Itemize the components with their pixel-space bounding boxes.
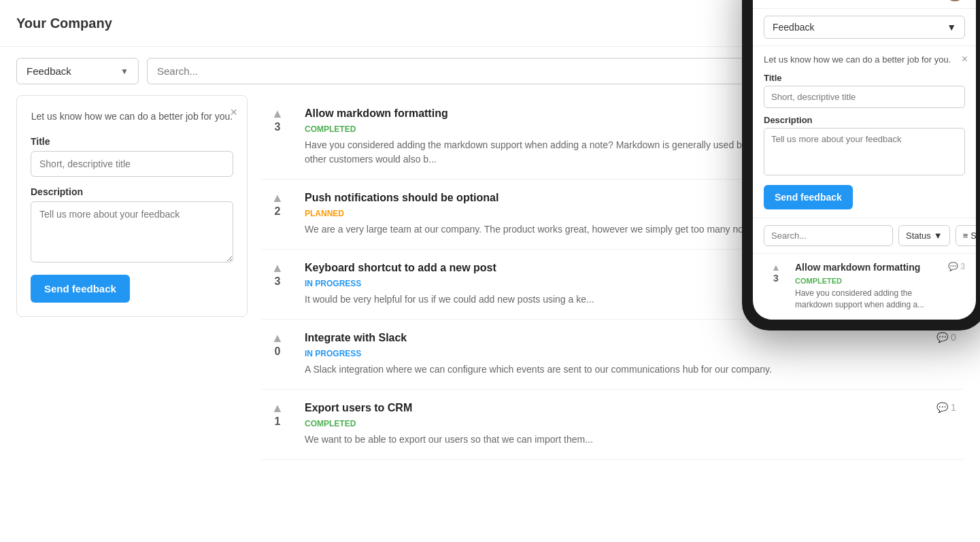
vote-box: ▲ 3 xyxy=(261,262,294,288)
phone-toolbar: Feedback ▼ xyxy=(753,9,976,46)
phone-title-input[interactable] xyxy=(764,86,965,108)
phone-sort-icon: ≡ xyxy=(963,231,968,241)
feed-description: We want to be able to export our users s… xyxy=(305,433,936,447)
vote-count: 1 xyxy=(275,416,281,428)
vote-box: ▲ 3 xyxy=(261,107,294,133)
phone-header: Your Company xyxy=(753,0,976,9)
upvote-icon: ▲ xyxy=(271,332,284,344)
vote-box: ▲ 2 xyxy=(261,192,294,218)
phone-comment-count: 3 xyxy=(960,262,965,271)
upvote-icon: ▲ xyxy=(271,107,284,120)
phone-vote-box: ▲ 3 xyxy=(764,262,788,284)
phone-panel-intro: Let us know how we can do a better job f… xyxy=(764,54,965,65)
title-label: Title xyxy=(31,136,233,147)
phone-description-label: Description xyxy=(764,115,965,125)
phone-avatar xyxy=(945,0,965,1)
category-dropdown[interactable]: Feedback ▼ xyxy=(16,58,139,84)
comment-count: 0 xyxy=(951,332,956,343)
phone-mockup: Your Company Feedback ▼ × Let us know ho… xyxy=(742,0,980,331)
category-dropdown-label: Feedback xyxy=(27,65,71,77)
phone-title-label: Title xyxy=(764,73,965,83)
phone-feed-title: Allow markdown formatting xyxy=(795,262,948,273)
phone-feed-comment: 💬 3 xyxy=(948,262,965,271)
phone-feedback-panel: × Let us know how we can do a better job… xyxy=(753,46,976,218)
status-badge: IN PROGRESS xyxy=(305,349,361,358)
phone-chevron-down-icon: ▼ xyxy=(947,22,956,33)
status-badge: COMPLETED xyxy=(305,419,356,428)
feed-title: Integrate with Slack xyxy=(305,332,936,344)
app-title: Your Company xyxy=(16,16,112,31)
phone-dropdown-label: Feedback xyxy=(773,22,814,33)
description-textarea[interactable] xyxy=(31,201,233,262)
panel-intro-text: Let us know how we can do a better job f… xyxy=(31,109,233,124)
phone-upvote-icon: ▲ xyxy=(771,262,781,273)
description-label: Description xyxy=(31,186,233,197)
phone-status-button[interactable]: Status ▼ xyxy=(898,225,950,246)
search-input[interactable] xyxy=(147,58,832,84)
upvote-icon: ▲ xyxy=(271,192,284,204)
phone-feed-content: Allow markdown formatting COMPLETED Have… xyxy=(795,262,948,311)
upvote-icon: ▲ xyxy=(271,262,284,274)
phone-sort-button[interactable]: ≡ Sort xyxy=(956,225,976,246)
vote-count: 0 xyxy=(275,345,281,358)
phone-comment-icon: 💬 xyxy=(948,262,958,271)
feedback-panel: × Let us know how we can do a better job… xyxy=(16,95,248,317)
phone-send-feedback-button[interactable]: Send feedback xyxy=(764,185,853,209)
phone-sort-label: Sort xyxy=(970,231,976,241)
status-badge: COMPLETED xyxy=(305,124,356,134)
phone-screen: Your Company Feedback ▼ × Let us know ho… xyxy=(753,0,976,320)
close-button[interactable]: × xyxy=(230,105,237,120)
phone-search-input[interactable] xyxy=(764,225,893,246)
vote-count: 2 xyxy=(275,205,281,218)
feed-comment: 💬 0 xyxy=(936,332,964,343)
chevron-down-icon: ▼ xyxy=(120,67,129,76)
send-feedback-button[interactable]: Send feedback xyxy=(31,275,130,303)
feed-title: Export users to CRM xyxy=(305,402,936,414)
phone-close-button[interactable]: × xyxy=(962,53,968,65)
phone-status-label: Status xyxy=(906,231,931,241)
phone-feed-item[interactable]: ▲ 3 Allow markdown formatting COMPLETED … xyxy=(753,254,976,320)
feed-content: Integrate with Slack IN PROGRESS A Slack… xyxy=(305,332,936,377)
feed-content: Export users to CRM COMPLETED We want to… xyxy=(305,402,936,447)
vote-count: 3 xyxy=(275,121,281,133)
phone-vote-count: 3 xyxy=(773,273,779,284)
phone-category-dropdown[interactable]: Feedback ▼ xyxy=(764,16,965,39)
phone-feed-description: Have you considered adding the markdown … xyxy=(795,288,948,311)
comment-count: 1 xyxy=(951,402,956,413)
phone-status-tag: COMPLETED xyxy=(795,277,842,285)
comment-icon: 💬 xyxy=(936,332,948,343)
phone-description-textarea[interactable] xyxy=(764,128,965,175)
title-input[interactable] xyxy=(31,151,233,177)
upvote-icon: ▲ xyxy=(271,402,284,414)
phone-chevron-down-icon: ▼ xyxy=(934,231,943,241)
vote-box: ▲ 0 xyxy=(261,332,294,358)
feed-description: A Slack integration where we can configu… xyxy=(305,362,936,377)
comment-icon: 💬 xyxy=(936,402,948,413)
status-badge: IN PROGRESS xyxy=(305,279,361,288)
feed-comment: 💬 1 xyxy=(936,402,964,413)
vote-count: 3 xyxy=(275,275,281,288)
status-badge: PLANNED xyxy=(305,209,344,218)
phone-search-row: Status ▼ ≡ Sort xyxy=(753,218,976,254)
vote-box: ▲ 1 xyxy=(261,402,294,428)
table-row[interactable]: ▲ 1 Export users to CRM COMPLETED We wan… xyxy=(261,390,964,460)
